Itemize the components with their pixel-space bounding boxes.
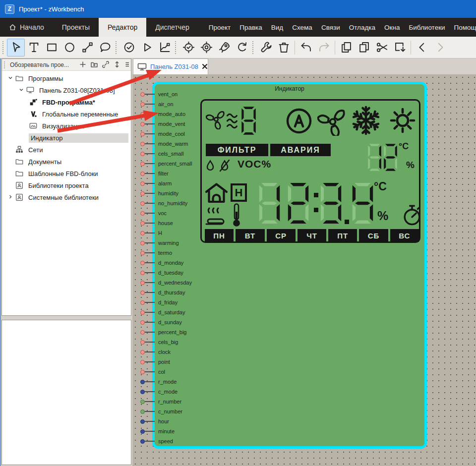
pin-dot[interactable]: [140, 102, 145, 107]
pin-dot[interactable]: [140, 142, 145, 146]
polyline-tool-button[interactable]: [78, 39, 96, 57]
pin-r_number[interactable]: r_number: [140, 399, 181, 404]
run-tool-button[interactable]: [138, 39, 156, 57]
pin-d_sunday[interactable]: d_sunday: [140, 320, 182, 325]
pin-c_number[interactable]: c_number: [140, 409, 182, 414]
pin-dot[interactable]: [140, 330, 145, 335]
pin-dot[interactable]: [140, 132, 145, 136]
pin-d_tuesday[interactable]: d_tuesday: [140, 270, 183, 275]
pin-dot[interactable]: [140, 340, 145, 345]
text-tool-button[interactable]: [25, 39, 43, 57]
pin-dot[interactable]: [140, 152, 145, 156]
pin-dot[interactable]: [140, 191, 145, 196]
pin-mode_auto[interactable]: mode_auto: [140, 112, 185, 116]
pin-dot[interactable]: [140, 181, 145, 186]
pin-dot[interactable]: [140, 409, 145, 414]
pin-c_mode[interactable]: c_mode: [140, 389, 178, 394]
pin-dot[interactable]: [140, 172, 145, 176]
pin-humidity[interactable]: humidity: [140, 191, 178, 196]
chevron-right-icon[interactable]: [7, 193, 15, 201]
panel-menu-icon[interactable]: [124, 60, 129, 69]
tree-item-библиотеки-проекта[interactable]: Библиотеки проекта: [2, 179, 131, 191]
pin-dot[interactable]: [140, 300, 145, 305]
chart-tool-button[interactable]: [156, 39, 174, 57]
pin-air_on[interactable]: air_on: [140, 102, 174, 107]
add-folder-icon[interactable]: [90, 60, 99, 69]
pin-dot[interactable]: [140, 112, 145, 116]
menu-item-связи[interactable]: Связи: [317, 18, 345, 37]
check-tool-button[interactable]: [120, 39, 138, 57]
select-tool-button[interactable]: [7, 39, 25, 57]
add-icon[interactable]: [79, 60, 87, 69]
toolbar-grip[interactable]: [116, 41, 118, 54]
pin-house[interactable]: house: [140, 221, 173, 226]
menu-item-окна[interactable]: Окна: [380, 18, 404, 37]
pin-dot[interactable]: [140, 261, 145, 265]
pin-dot[interactable]: [140, 281, 145, 285]
chevron-down-icon[interactable]: [7, 74, 15, 82]
comment-tool-button[interactable]: [96, 39, 114, 57]
tree-item-панель-z031-08-z031-08-[interactable]: Панель Z031-08[Z031-08]: [2, 84, 131, 96]
menu-item-правка[interactable]: Правка: [235, 18, 267, 37]
menu-item-вид[interactable]: Вид: [267, 18, 288, 37]
pin-alarm[interactable]: alarm: [140, 181, 172, 186]
tree-item-индикатор[interactable]: Индикатор: [2, 132, 131, 144]
tree-item-визуализация[interactable]: Визуализация: [2, 120, 131, 132]
toolbar-grip[interactable]: [175, 41, 178, 54]
chevron-down-icon[interactable]: [18, 86, 26, 94]
delete-tool-button[interactable]: [275, 39, 293, 57]
pin-dot[interactable]: [140, 380, 145, 384]
tree-item-сети[interactable]: Сети: [2, 144, 131, 156]
rotate-tool-button[interactable]: [233, 39, 251, 57]
menu-item-библиотеки[interactable]: Библиотеки: [404, 18, 449, 37]
menu-item-схема[interactable]: Схема: [288, 18, 317, 37]
pin-dot[interactable]: [140, 251, 145, 255]
pin-d_saturday[interactable]: d_saturday: [140, 310, 185, 315]
pin-dot[interactable]: [140, 390, 145, 394]
link-icon[interactable]: [102, 60, 110, 69]
pin-dot[interactable]: [140, 231, 145, 235]
ribbon-tab-home[interactable]: Начало: [0, 18, 53, 37]
pin-point[interactable]: point: [140, 359, 170, 364]
paste-tool-button[interactable]: [355, 39, 373, 57]
pin-mode_vent[interactable]: mode_vent: [140, 121, 185, 126]
pin-dot[interactable]: [140, 211, 145, 216]
pin-dot[interactable]: [140, 429, 145, 434]
pin-dot[interactable]: [140, 419, 145, 424]
tree-item-программы[interactable]: Программы: [2, 72, 131, 84]
pin-dot[interactable]: [140, 350, 145, 354]
pin-percent_big[interactable]: percent_big: [140, 330, 187, 335]
pin-vent_on[interactable]: vent_on: [140, 92, 178, 97]
back-tool-button[interactable]: [413, 39, 431, 57]
target-check-tool-button[interactable]: [179, 39, 197, 57]
pin-speed[interactable]: speed: [140, 439, 173, 444]
pin-minute[interactable]: minute: [140, 429, 175, 434]
paste-insert-tool-button[interactable]: [391, 39, 409, 57]
pin-dot[interactable]: [140, 360, 145, 364]
tree-item-шаблонные-fbd-блоки[interactable]: Шаблонные FBD-блоки: [2, 168, 131, 179]
pin-dot[interactable]: [140, 122, 145, 126]
wrench-tool-button[interactable]: [257, 39, 275, 57]
copy-tool-button[interactable]: [337, 39, 355, 57]
undo-tool-button[interactable]: [297, 39, 315, 57]
menu-item-отладка[interactable]: Отладка: [345, 18, 380, 37]
pin-d_thursday[interactable]: d_thursday: [140, 290, 185, 295]
pin-mode_cool[interactable]: mode_cool: [140, 131, 185, 136]
pin-cels_big[interactable]: cels_big: [140, 340, 178, 345]
pin-no_humidity[interactable]: no_humidity: [140, 201, 187, 206]
tree-item-системные-библиотеки[interactable]: Системные библиотеки: [2, 191, 131, 203]
toolbar-grip[interactable]: [2, 41, 5, 54]
tree-item-документы[interactable]: Документы: [2, 156, 131, 168]
pin-H[interactable]: H: [140, 231, 162, 235]
pin-percent_small[interactable]: percent_small: [140, 161, 192, 166]
pin-termo[interactable]: termo: [140, 250, 172, 255]
panel-grip[interactable]: [4, 61, 6, 68]
pin-dot[interactable]: [140, 291, 145, 295]
tree-item-глобальные-переменные[interactable]: Глобальные переменные: [2, 108, 131, 120]
deploy-tool-button[interactable]: [215, 39, 233, 57]
pin-dot[interactable]: [140, 439, 145, 444]
pin-d_wednesday[interactable]: d_wednesday: [140, 280, 192, 285]
pin-dot[interactable]: [140, 201, 145, 206]
pin-dot[interactable]: [140, 162, 145, 166]
menu-item-проект[interactable]: Проект: [204, 18, 235, 37]
